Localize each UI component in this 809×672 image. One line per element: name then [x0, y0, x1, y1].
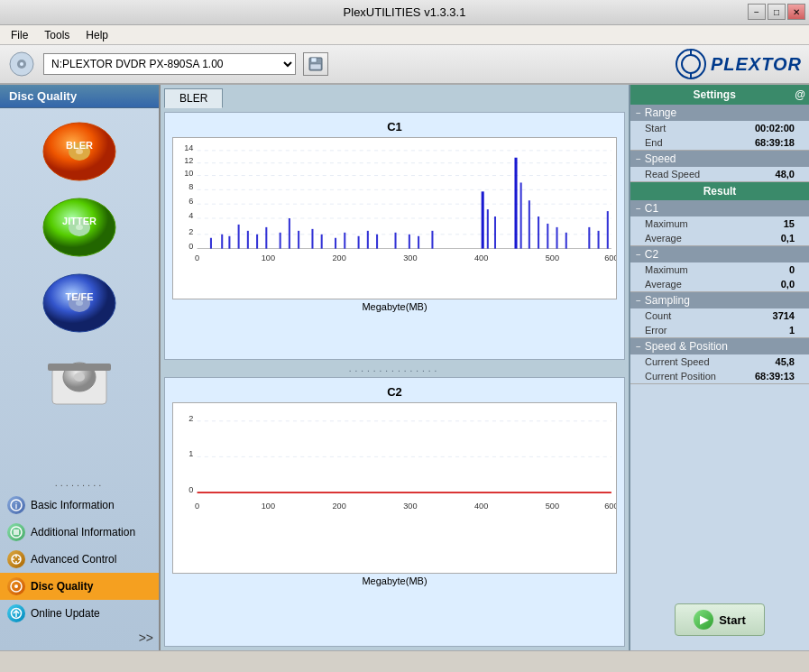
sidebar-expand-button[interactable]: >> [0, 629, 159, 647]
current-speed-value: 45,8 [776, 356, 795, 367]
drive-selector[interactable]: N:PLEXTOR DVDR PX-890SA 1.00 [43, 53, 296, 75]
svg-rect-5 [310, 64, 321, 69]
disc-btn-bler[interactable]: BLER [34, 115, 124, 188]
svg-rect-86 [487, 209, 489, 249]
c1-result-header[interactable]: − C1 [630, 200, 809, 216]
sampling-section: − Sampling Count 3714 Error 1 [630, 292, 809, 338]
read-speed-label: Read Speed [645, 169, 700, 180]
settings-header: Settings @ [630, 85, 809, 105]
sidebar-item-discquality[interactable]: Disc Quality [0, 573, 159, 600]
menu-help[interactable]: Help [78, 27, 115, 43]
maximize-button[interactable]: □ [768, 4, 786, 20]
sidebar-item-discquality-label: Disc Quality [31, 580, 93, 593]
c2-average-row: Average 0,0 [630, 277, 809, 291]
svg-point-7 [682, 55, 700, 73]
range-section-header[interactable]: − Range [630, 105, 809, 121]
svg-text:200: 200 [332, 502, 345, 511]
c2-maximum-row: Maximum 0 [630, 262, 809, 277]
svg-rect-72 [289, 218, 290, 249]
c1-chart-title: C1 [172, 120, 617, 133]
svg-rect-94 [565, 233, 567, 249]
svg-text:2: 2 [188, 227, 193, 236]
svg-point-2 [20, 62, 23, 66]
sampling-collapse-btn[interactable]: − [636, 296, 641, 306]
c1-result-section: − C1 Maximum 15 Average 0,1 [630, 200, 809, 246]
svg-rect-69 [256, 235, 258, 249]
sidebar-item-advanced-label: Advanced Control [31, 553, 116, 566]
save-button[interactable] [303, 52, 328, 76]
sidebar-item-additional-label: Additional Information [31, 526, 135, 539]
svg-rect-87 [494, 216, 496, 249]
current-speed-row: Current Speed 45,8 [630, 354, 809, 369]
svg-rect-4 [311, 58, 317, 62]
start-button[interactable]: ▶ Start [675, 603, 765, 636]
svg-text:300: 300 [403, 254, 417, 263]
c2-chart-panel: C2 2 1 0 0 100 200 300 [164, 377, 625, 647]
minimize-button[interactable]: − [748, 4, 766, 20]
start-button-label: Start [719, 613, 746, 627]
svg-rect-90 [529, 200, 530, 248]
tab-bler[interactable]: BLER [164, 88, 223, 108]
range-end-label: End [645, 137, 663, 148]
svg-rect-80 [376, 235, 378, 249]
range-end-row: End 68:39:18 [630, 135, 809, 150]
close-button[interactable]: ✕ [787, 4, 805, 20]
svg-rect-79 [367, 231, 369, 249]
svg-rect-71 [280, 233, 281, 249]
sampling-section-header[interactable]: − Sampling [630, 292, 809, 308]
svg-text:100: 100 [262, 502, 275, 511]
drive-icon [7, 50, 36, 78]
title-bar: PlexUTILITIES v1.3.3.1 − □ ✕ [0, 0, 809, 25]
c2-collapse-btn[interactable]: − [636, 250, 641, 260]
svg-point-38 [14, 585, 18, 588]
svg-rect-91 [538, 216, 539, 249]
sidebar-item-onlineupdate[interactable]: Online Update [0, 600, 159, 627]
disc-btn-jitter[interactable]: JITTER [34, 191, 124, 263]
at-icon[interactable]: @ [795, 88, 805, 101]
menu-tools[interactable]: Tools [37, 27, 77, 43]
sidebar: Disc Quality BLER [0, 85, 161, 650]
speed-section-header[interactable]: − Speed [630, 151, 809, 167]
c1-collapse-btn[interactable]: − [636, 204, 641, 214]
svg-rect-25 [48, 364, 111, 371]
speed-collapse-btn[interactable]: − [636, 154, 641, 164]
svg-text:JITTER: JITTER [62, 216, 97, 226]
c2-result-header[interactable]: − C2 [630, 246, 809, 262]
disc-btn-tefe[interactable]: TE/FE [34, 267, 124, 339]
c2-average-value: 0,0 [781, 279, 795, 290]
c2-chart-svg: 2 1 0 0 100 200 300 400 500 600 [173, 403, 616, 573]
toolbar: N:PLEXTOR DVDR PX-890SA 1.00 PLEXTOR [0, 45, 809, 85]
menu-file[interactable]: File [4, 27, 35, 43]
disc-btn-scan[interactable] [34, 343, 124, 415]
speed-section: − Speed Read Speed 48,0 [630, 151, 809, 182]
plextor-logo: PLEXTOR [675, 48, 802, 80]
svg-rect-68 [247, 231, 249, 249]
c2-chart-title: C2 [172, 385, 617, 399]
c2-maximum-label: Maximum [645, 264, 688, 275]
sidebar-item-onlineupdate-label: Online Update [31, 607, 100, 620]
basic-info-icon: i [7, 496, 25, 514]
sampling-error-label: Error [645, 325, 667, 336]
svg-rect-100 [607, 211, 609, 249]
sampling-label: Sampling [645, 294, 690, 307]
svg-text:4: 4 [188, 211, 193, 220]
speed-position-header[interactable]: − Speed & Position [630, 338, 809, 354]
speed-label: Speed [645, 152, 676, 165]
svg-rect-84 [431, 231, 433, 249]
sidebar-item-advanced[interactable]: Advanced Control [0, 546, 159, 573]
svg-text:10: 10 [184, 169, 193, 178]
svg-text:400: 400 [474, 254, 488, 263]
svg-text:300: 300 [403, 502, 417, 511]
range-collapse-btn[interactable]: − [636, 108, 641, 118]
sidebar-disc-quality-header: Disc Quality [0, 85, 159, 108]
svg-rect-88 [514, 158, 517, 249]
svg-rect-83 [418, 236, 419, 249]
start-button-area: ▶ Start [630, 589, 809, 650]
svg-text:i: i [15, 502, 18, 511]
sidebar-item-basic[interactable]: i Basic Information [0, 492, 159, 519]
c1-maximum-row: Maximum 15 [630, 216, 809, 231]
sampling-count-row: Count 3714 [630, 308, 809, 323]
sidebar-item-additional[interactable]: Additional Information [0, 519, 159, 546]
svg-text:BLER: BLER [66, 140, 93, 151]
speed-position-collapse-btn[interactable]: − [636, 342, 641, 352]
